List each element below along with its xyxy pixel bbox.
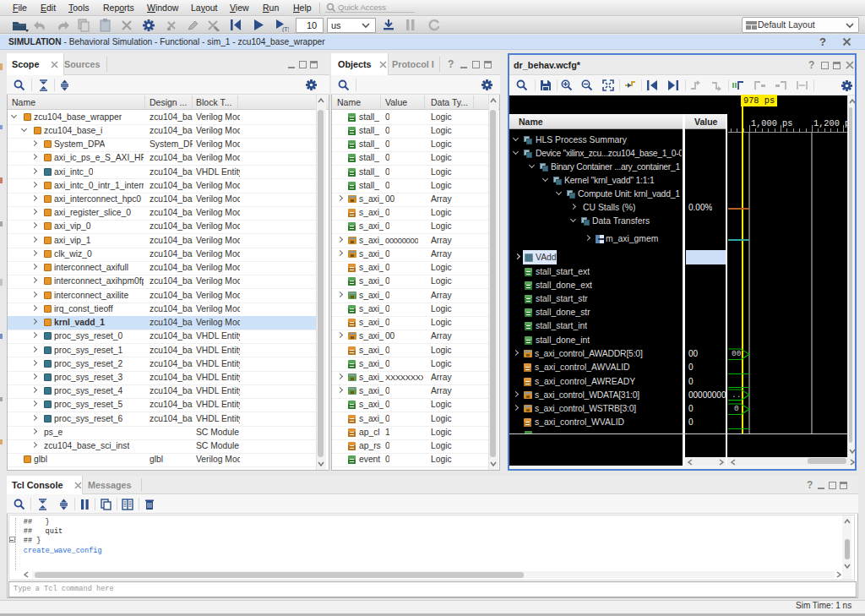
svg-text:(T): (T): [282, 26, 289, 32]
